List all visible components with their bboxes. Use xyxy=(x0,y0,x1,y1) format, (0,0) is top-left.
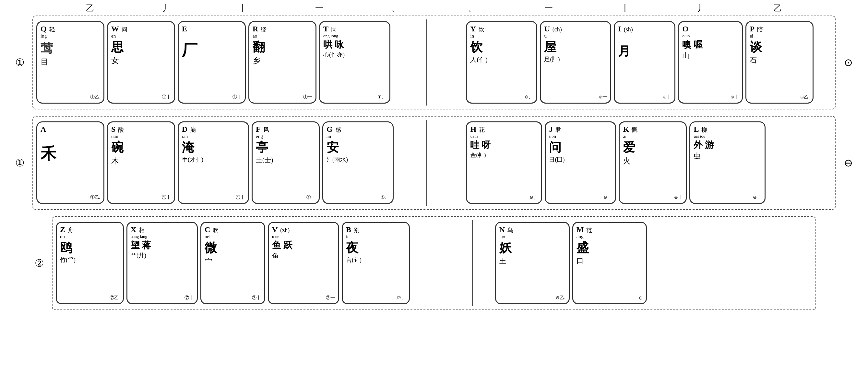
stroke-label-7: 一 xyxy=(545,3,553,14)
key-W[interactable]: W 问 en 思 女 ①丨 xyxy=(107,21,175,104)
row2-right-label: ⊖ xyxy=(844,157,853,169)
row1-band: ① ⊙ Q 轻 ing 莺 目 ①乙. W 问 en 思 女 ①丨 xyxy=(32,15,836,109)
key-B[interactable]: B 别 ie 夜 言(讠) ⑦、 xyxy=(342,222,410,304)
row2-left-label: ① xyxy=(15,157,25,169)
key-Q[interactable]: Q 轻 ing 莺 目 ①乙. xyxy=(36,21,104,104)
key-T[interactable]: T 同 ong iong 哄 咏 心(忄亦) ①、 xyxy=(319,21,391,104)
stroke-label-9: 丿 xyxy=(697,3,706,14)
key-D[interactable]: D 崩 ian 淹 手(才扌) ①丨 xyxy=(178,121,249,204)
key-L[interactable]: L 柳 uai iou 外 游 虫 ⊖丨 xyxy=(689,121,766,204)
row2-divider xyxy=(426,120,427,206)
key-J[interactable]: J 君 uen 问 日(囗) ⊖一 xyxy=(545,121,616,204)
row3-divider xyxy=(472,220,473,306)
row1-right-label: ⊙ xyxy=(844,56,853,69)
key-M[interactable]: M 范 ang 盛 口 ⊖ xyxy=(572,222,647,304)
key-A[interactable]: A 禾 ①乙. xyxy=(36,121,104,204)
key-U[interactable]: U (ch) u 屋 足(⻊) ⊙一 xyxy=(540,21,611,104)
key-V[interactable]: V (zh) u ue 鱼 跃 鱼 ⑦一 xyxy=(268,222,339,304)
key-I[interactable]: I (sh) 月 ⊙丨 xyxy=(614,21,675,104)
stroke-label-5: 、 xyxy=(392,3,400,14)
row3-band: ② Z 舟 ou 鸥 竹(⺮) ⑦乙. X 相 uang iang 望 蒋 艹(… xyxy=(52,216,816,310)
row2-band: ① ⊖ A 禾 ①乙. S 酸 uan 碗 木 ①丨 D 崩 xyxy=(32,116,836,210)
row1-left-label: ① xyxy=(15,56,25,69)
key-Z[interactable]: Z 舟 ou 鸥 竹(⺮) ⑦乙. xyxy=(56,222,124,304)
key-C[interactable]: C 吹 uei 微 宀 ⑦丨 xyxy=(200,222,265,304)
key-R[interactable]: R 绕 ao 翻 乡 ①一 xyxy=(248,21,316,104)
key-F[interactable]: F 风 eng 亭 土(士) ①一 xyxy=(252,121,320,204)
key-H[interactable]: H 花 ua ia 哇 呀 金(钅) ⊖、 xyxy=(466,121,542,204)
stroke-label-2: 丿 xyxy=(162,3,171,14)
row1-divider xyxy=(426,20,427,106)
key-K[interactable]: K 慨 ai 爱 火 ⊖丨 xyxy=(619,121,687,204)
stroke-label-6: 、 xyxy=(468,3,476,14)
main-container: 乙 丿 丨 一 、 、 一 丨 丿 乙 ① ⊙ Q 轻 ing 莺 目 ①乙. xyxy=(0,0,868,382)
stroke-label-10: 乙 xyxy=(774,3,782,14)
key-S[interactable]: S 酸 uan 碗 木 ①丨 xyxy=(107,121,175,204)
key-G[interactable]: G 感 an 安 氵(雨水) ①、 xyxy=(322,121,394,204)
key-Y[interactable]: Y 饮 in 饮 人(亻) ⊙、 xyxy=(466,21,537,104)
key-X[interactable]: X 相 uang iang 望 蒋 艹(廾) ⑦丨 xyxy=(126,222,198,304)
key-O[interactable]: O o uo 噢 喔 山 ⊙丨 xyxy=(678,21,743,104)
stroke-label-4: 一 xyxy=(315,3,323,14)
key-N[interactable]: N 鸟 iao 妖 王 ⊖乙. xyxy=(495,222,570,304)
stroke-label-1: 乙 xyxy=(86,3,94,14)
key-E[interactable]: E 厂 ①丨 xyxy=(178,21,246,104)
stroke-label-3: 丨 xyxy=(239,3,247,14)
key-P[interactable]: P 陪 ei 谈 石 ⊙乙. xyxy=(745,21,813,104)
row3-left-label: ② xyxy=(35,257,44,269)
top-stroke-labels: 乙 丿 丨 一 、 、 一 丨 丿 乙 xyxy=(52,3,816,14)
stroke-label-8: 丨 xyxy=(621,3,629,14)
